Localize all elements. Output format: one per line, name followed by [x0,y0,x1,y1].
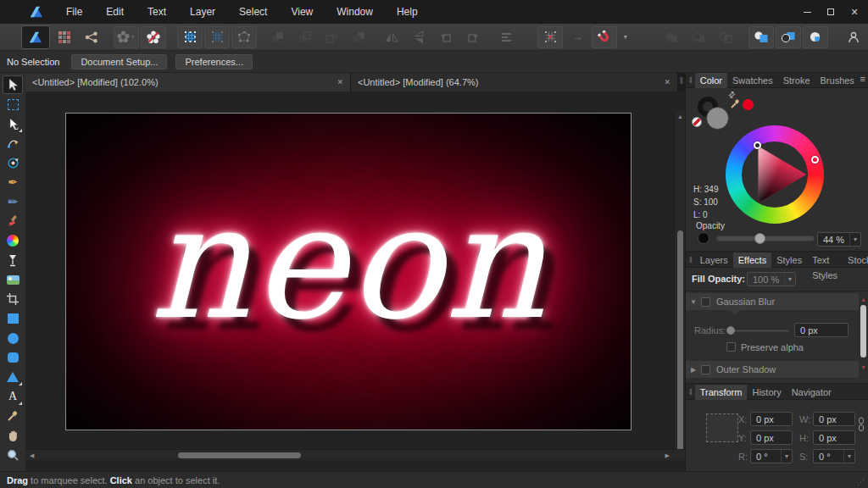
tab-effects[interactable]: Effects [733,252,771,268]
flip-horizontal-button[interactable] [379,26,404,48]
menu-layer[interactable]: Layer [178,0,227,24]
panel-scroll-down-icon[interactable]: ▼ [860,364,866,370]
close-tab-icon[interactable]: ✕ [664,78,670,86]
edit-in-plane-button[interactable] [231,26,257,48]
move-by-whole-pixels-button[interactable]: → [565,26,590,48]
scroll-left-icon[interactable]: ◀ [30,452,34,458]
dropdown-icon[interactable]: ▾ [781,450,792,463]
opacity-slider-knob[interactable] [754,233,765,244]
dropdown-icon[interactable]: ▾ [849,233,860,246]
zoom-tool[interactable] [3,446,23,464]
document-setup-button[interactable]: Document Setup... [71,54,167,69]
resize-grip-icon[interactable]: ⋰ [857,478,865,486]
outer-shadow-header[interactable]: ▶ Outer Shadow [686,361,859,378]
sl-marker[interactable] [754,141,761,149]
boolean-add-button[interactable] [659,26,684,48]
maximize-button[interactable] [819,0,843,24]
w-field[interactable]: 0 px [813,412,855,426]
move-to-front-button[interactable] [265,26,291,48]
panel-menu-icon[interactable]: ≡ [860,74,865,84]
minimize-button[interactable] [795,0,819,24]
rotate-ccw-button[interactable] [433,26,459,48]
close-button[interactable]: ✕ [843,0,866,24]
r-field[interactable]: 0 °▾ [750,449,793,463]
vertical-scroll-thumb[interactable] [677,230,683,460]
tab-swatches[interactable]: Swatches [727,73,778,88]
remove-style-button[interactable] [141,26,166,48]
menu-select[interactable]: Select [227,0,279,24]
dropdown-icon[interactable]: ▾ [784,273,795,286]
point-transform-tool[interactable] [3,134,23,152]
gaussian-blur-checkbox[interactable] [701,297,710,307]
rotate-cw-button[interactable] [460,26,486,48]
contour-tool[interactable] [3,153,23,172]
outer-shadow-checkbox[interactable] [701,365,710,374]
tab-stock[interactable]: Stock [843,252,868,268]
fill-tool[interactable] [3,231,23,250]
recent-color-swatch[interactable] [743,99,754,110]
artistic-text-tool[interactable]: A [3,387,23,406]
boolean-subtract-button[interactable] [686,26,711,48]
snapping-dropdown[interactable]: ▾ [619,26,631,48]
designer-persona-button[interactable] [21,25,50,49]
menu-text[interactable]: Text [136,0,178,24]
horizontal-scrollbar[interactable]: ◀ ▶ [25,449,685,460]
gaussian-blur-header[interactable]: ▼ Gaussian Blur [686,293,859,310]
document-canvas[interactable]: neon [65,113,632,430]
show-grid-button[interactable] [177,26,203,48]
document-tab-2[interactable]: <Untitled> [Modified] (64.7%) ✕ [351,73,678,92]
menu-view[interactable]: View [279,0,325,24]
fill-opacity-field[interactable]: 100 % ▾ [747,272,796,286]
view-tool[interactable] [3,426,23,445]
link-dimensions-icon[interactable] [858,417,865,432]
opacity-value-field[interactable]: 44 % ▾ [817,232,861,247]
hue-marker[interactable] [811,156,819,164]
move-to-back-button[interactable] [347,26,372,48]
x-field[interactable]: 0 px [750,412,793,426]
menu-window[interactable]: Window [325,0,385,24]
s-field[interactable]: 0 °▾ [813,449,855,463]
tab-brushes[interactable]: Brushes [815,73,860,88]
tab-transform[interactable]: Transform [695,385,748,400]
vector-brush-tool[interactable] [3,212,23,230]
rectangle-tool[interactable] [3,309,23,328]
tab-layers[interactable]: Layers [695,252,733,268]
no-color-icon[interactable] [692,117,702,127]
menu-file[interactable]: File [54,0,94,24]
artboard-tool[interactable] [3,95,23,114]
preserve-alpha-checkbox[interactable] [726,342,736,352]
color-picker-tool[interactable] [3,407,23,425]
transparency-tool[interactable] [3,251,23,269]
fill-color-well[interactable] [706,107,729,130]
dropdown-icon[interactable]: ▾ [843,450,854,463]
preferences-button[interactable]: Preferences... [175,54,252,69]
opacity-slider[interactable] [716,236,815,241]
force-pixel-alignment-button[interactable] [537,26,563,48]
h-field[interactable]: 0 px [813,430,855,445]
node-tool[interactable] [3,114,23,133]
tab-color[interactable]: Color [695,73,727,88]
vertical-scrollbar[interactable]: ▲ ▼ [674,110,685,460]
move-forward-button[interactable] [292,26,318,48]
move-tool[interactable] [3,75,23,94]
insert-behind-button[interactable] [748,26,774,48]
scroll-up-icon[interactable]: ▲ [677,114,683,119]
color-wheel[interactable] [726,125,824,224]
move-backward-button[interactable] [320,26,345,48]
pen-tool[interactable]: ✒ [3,173,23,191]
snapping-button[interactable] [592,26,617,48]
snap-to-grid-button[interactable] [204,26,230,48]
scroll-right-icon[interactable]: ▶ [665,452,670,458]
horizontal-scroll-thumb[interactable] [178,452,301,458]
expander-open-icon[interactable]: ▼ [686,298,701,306]
radius-slider-knob[interactable] [726,326,735,335]
ellipse-tool[interactable] [3,329,23,347]
export-persona-button[interactable] [79,26,104,48]
tab-navigator[interactable]: Navigator [787,385,837,400]
canvas-viewport[interactable]: neon ▲ ▼ ◀ ▶ [25,92,685,460]
place-image-tool[interactable] [3,270,23,289]
insert-inside-button[interactable] [803,26,828,48]
vector-crop-tool[interactable] [3,290,23,308]
panel-scroll-up-icon[interactable]: ▲ [860,297,866,302]
tab-history[interactable]: History [747,385,786,400]
